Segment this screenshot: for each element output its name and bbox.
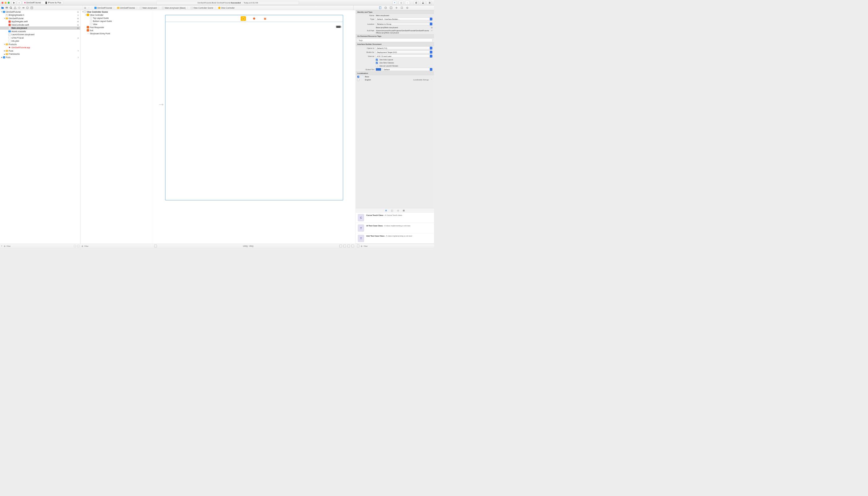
view-controller-chip[interactable]: ◯ <box>241 16 246 21</box>
file-type-select[interactable]: Default - Interface Builder… <box>376 18 432 21</box>
outline-filter[interactable] <box>85 245 152 247</box>
first-responder-chip[interactable]: ⬣ <box>252 16 257 21</box>
nav-row[interactable]: Assets.xcassets <box>0 30 80 33</box>
filter-icon[interactable] <box>77 245 79 247</box>
english-localization-checkbox[interactable] <box>357 79 359 81</box>
zoom-window[interactable] <box>8 2 10 4</box>
nav-row[interactable]: Info.plist <box>0 40 80 43</box>
navigator-filter[interactable] <box>6 245 73 247</box>
nav-row[interactable]: GTM-PT3L9ZA <box>0 36 80 40</box>
scene-dock[interactable]: ◯ ⬣ ▣ <box>166 15 343 22</box>
close-window[interactable] <box>2 2 3 4</box>
breakpoint-navigator-icon[interactable] <box>26 6 29 9</box>
tint-select[interactable]: Default <box>383 68 432 71</box>
object-library-tab[interactable]: ◎ <box>397 210 399 212</box>
nav-row[interactable]: ✸GtmSwiftTutorial.app <box>0 46 80 49</box>
outline-filter-icon[interactable]: ◉ <box>81 245 83 247</box>
library-item[interactable]: CCocoa Touch Class - A Cocoa Touch class <box>356 213 434 223</box>
nav-row[interactable]: ▼GtmSwiftTutorialM <box>0 17 80 20</box>
nav-row[interactable]: ▼GtmSwiftTutorialM <box>0 10 80 14</box>
issue-navigator-icon[interactable] <box>14 6 17 9</box>
library-filter[interactable] <box>364 245 433 247</box>
stop-button[interactable]: ■ <box>17 1 21 5</box>
exit-chip[interactable]: ▣ <box>263 16 268 21</box>
file-template-library-tab[interactable]: 🗎 <box>385 210 387 212</box>
size-classes-checkbox[interactable] <box>376 62 378 64</box>
code-snippet-library-tab[interactable]: { } <box>391 210 393 212</box>
outline-row[interactable]: View <box>80 22 153 26</box>
nav-row[interactable]: LaunchScreen.storyboard <box>0 33 80 36</box>
nav-row[interactable]: ▶Frameworks <box>0 52 80 56</box>
scheme-selector[interactable]: ✸ GtmSwiftTutorial 〉 📱 iPhone 6s Plus <box>22 1 63 5</box>
nav-row[interactable]: hBridgingHeader.hA <box>0 14 80 17</box>
breadcrumb[interactable]: GtmSwiftTutorial〉 GtmSwiftTutorial〉 Main… <box>94 6 235 10</box>
svg-point-15 <box>407 7 408 8</box>
recent-filter-icon[interactable]: ◉ <box>4 245 5 247</box>
view-controller-frame[interactable]: ◯ ⬣ ▣ <box>165 15 343 200</box>
identity-inspector-tab[interactable] <box>390 6 392 9</box>
related-items-icon[interactable]: ⊞ <box>84 7 86 9</box>
quick-help-tab[interactable]: ? <box>385 6 387 9</box>
outline-row[interactable]: Top Layout Guide <box>80 16 153 19</box>
library-item[interactable]: TUnit Test Case Class - A class implemen… <box>356 233 434 244</box>
nav-row[interactable]: AppDelegate.swiftM <box>0 20 80 24</box>
run-button[interactable]: ▶ <box>12 1 16 5</box>
attributes-inspector-tab[interactable] <box>395 6 398 9</box>
test-navigator-icon[interactable] <box>18 6 21 9</box>
inspector-panel: Identity and Type NameMain.storyboard Ty… <box>356 10 434 248</box>
size-inspector-tab[interactable] <box>401 6 403 9</box>
nav-row[interactable]: ▼Products <box>0 43 80 46</box>
outline-row[interactable]: First Responder <box>80 26 153 29</box>
debug-navigator-icon[interactable] <box>22 6 25 9</box>
nav-row[interactable]: Main.storyboardM <box>0 27 80 30</box>
resizing-button[interactable] <box>351 245 354 247</box>
nav-row[interactable]: ViewController.swiftM <box>0 23 80 27</box>
library-item[interactable]: TUI Test Case Class - A class implementi… <box>356 223 434 233</box>
interface-builder-canvas[interactable]: → ◯ ⬣ ▣ wAny hAny <box>153 10 356 248</box>
connections-inspector-tab[interactable] <box>406 6 409 9</box>
find-navigator-icon[interactable] <box>10 6 12 9</box>
tint-swatch[interactable] <box>376 68 381 71</box>
nav-row[interactable]: ▶Pods? <box>0 56 80 59</box>
project-navigator-icon[interactable] <box>1 6 4 9</box>
outline-row[interactable]: →Storyboard Entry Point <box>80 32 153 35</box>
size-class-indicator[interactable]: wAny hAny <box>157 245 340 247</box>
nav-forward[interactable]: 〉 <box>91 6 93 9</box>
outline-row[interactable]: ▼View Controller <box>80 13 153 16</box>
opens-in-select[interactable]: Default (7.0) <box>376 47 432 50</box>
file-inspector-tab[interactable] <box>379 6 382 9</box>
base-localization-checkbox[interactable] <box>357 76 359 78</box>
add-button[interactable]: + <box>1 245 2 247</box>
library-grid-icon[interactable] <box>357 245 359 247</box>
standard-editor-button[interactable]: ≡ <box>392 1 397 5</box>
library-filter-icon[interactable]: ◉ <box>361 245 362 247</box>
tags-field[interactable] <box>357 38 432 42</box>
builds-for-select[interactable]: Deployment Target (9.2) <box>376 51 432 54</box>
assistant-editor-button[interactable]: ◎ <box>399 1 403 5</box>
toggle-bottom-panel[interactable]: ⬓ <box>420 1 425 5</box>
pin-button[interactable] <box>344 245 346 247</box>
view-as-select[interactable]: iOS 7.0 and Later <box>376 55 432 58</box>
nav-back[interactable]: 〈 <box>87 6 89 9</box>
toggle-left-panel[interactable]: ◧ <box>414 1 419 5</box>
outline-row[interactable]: ▼View Controller Scene <box>80 10 153 13</box>
minimize-window[interactable] <box>5 2 6 4</box>
reveal-in-finder-icon[interactable]: ➜ <box>431 30 432 32</box>
outline-row[interactable]: Bottom Layout Guide <box>80 19 153 22</box>
svg-rect-9 <box>379 7 381 9</box>
auto-layout-checkbox[interactable] <box>376 59 378 61</box>
align-button[interactable] <box>340 245 342 247</box>
toggle-right-panel[interactable]: ◨ <box>427 1 432 5</box>
scm-filter-icon[interactable] <box>74 245 76 247</box>
version-editor-button[interactable]: ↔ <box>405 1 410 5</box>
outline-row[interactable]: Exit <box>80 29 153 32</box>
resolve-issues-button[interactable] <box>348 245 350 247</box>
media-library-tab[interactable]: ▦ <box>403 210 405 212</box>
choose-location-icon[interactable]: ▦ <box>431 27 433 29</box>
launch-screen-checkbox[interactable] <box>376 65 378 67</box>
location-select[interactable]: Relative to Group <box>376 22 432 26</box>
toggle-outline-button[interactable] <box>154 245 157 247</box>
symbol-navigator-icon[interactable] <box>5 6 9 9</box>
report-navigator-icon[interactable] <box>31 6 33 9</box>
nav-row[interactable]: ▶Pods? <box>0 49 80 52</box>
